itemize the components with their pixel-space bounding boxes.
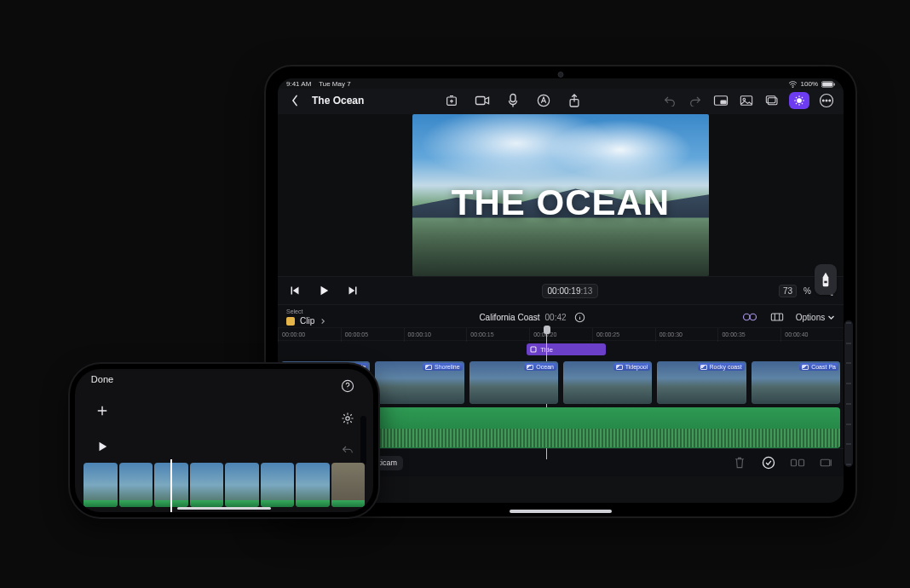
clip-label-bar: Shoreline: [423, 363, 463, 371]
timecode-display[interactable]: 00:00:19:13: [542, 284, 599, 298]
svg-point-12: [743, 98, 746, 101]
svg-rect-3: [833, 83, 834, 85]
share-button[interactable]: [566, 92, 583, 109]
info-button[interactable]: [572, 308, 589, 326]
clip-label-bar: Coast Pa: [799, 363, 838, 371]
text-button[interactable]: [535, 92, 552, 109]
svg-point-18: [826, 100, 827, 101]
trim-clip-button[interactable]: [818, 454, 835, 471]
ruler-tick: 00:00:10: [404, 328, 467, 342]
preview-title-text: THE OCEAN: [412, 182, 709, 223]
clip-thumbnail-icon: [425, 365, 432, 370]
iphone-screen: Done THE OCEAN: [75, 369, 373, 512]
help-button[interactable]: [338, 379, 357, 393]
layers-button[interactable]: [763, 92, 780, 109]
phone-playhead[interactable]: [170, 459, 172, 512]
svg-rect-35: [799, 459, 804, 466]
ruler-tick: 00:00:35: [717, 328, 780, 342]
ruler-tick: 00:00:20: [529, 328, 592, 342]
phone-clip[interactable]: [84, 463, 118, 507]
settings-button[interactable]: [338, 412, 357, 425]
camera-button[interactable]: [474, 92, 491, 109]
timeline-clip[interactable]: Rocky coast: [657, 361, 746, 404]
timecode-value: 00:00:19: [548, 286, 581, 296]
timeline-clip[interactable]: Shoreline: [375, 361, 464, 404]
ruler-tick: 00:00:40: [780, 328, 844, 342]
clip-thumbnail-icon: [616, 365, 623, 370]
project-title: The Ocean: [312, 95, 364, 107]
add-button[interactable]: [93, 401, 112, 420]
ruler-tick: 00:00:25: [592, 328, 655, 342]
timeline-view-button[interactable]: [769, 308, 786, 326]
photo-button[interactable]: [738, 92, 755, 109]
ruler-tick: 00:00:05: [341, 328, 404, 342]
clip-label-bar: Tidepool: [613, 363, 651, 371]
play-button[interactable]: [315, 282, 332, 299]
svg-rect-22: [355, 287, 357, 295]
battery-pct: 100%: [801, 80, 818, 88]
svg-rect-10: [721, 101, 726, 104]
phone-clip[interactable]: [331, 463, 366, 507]
timeline-ruler[interactable]: 00:00:0000:00:0500:00:1000:00:1500:00:20…: [278, 327, 844, 341]
redo-button[interactable]: [687, 92, 704, 109]
phone-play-button[interactable]: [93, 437, 112, 456]
ipad-toolbar: The Ocean: [278, 89, 844, 114]
svg-point-38: [346, 417, 349, 420]
svg-point-19: [829, 100, 831, 101]
svg-rect-28: [531, 347, 536, 352]
zoom-unit: %: [803, 286, 811, 296]
clip-thumbnail-icon: [700, 365, 707, 370]
statusbar-right: 100%: [788, 80, 835, 88]
chevron-down-icon: [827, 314, 835, 321]
preview-viewer[interactable]: THE OCEAN: [412, 114, 709, 276]
zoom-percent[interactable]: 73: [783, 286, 792, 296]
title-track[interactable]: Title: [278, 341, 844, 358]
next-frame-button[interactable]: [344, 282, 361, 299]
clip-label-bar: Rocky coast: [698, 363, 745, 371]
import-media-button[interactable]: [443, 92, 460, 109]
pip-button[interactable]: [712, 92, 729, 109]
svg-point-33: [763, 457, 774, 468]
delete-button[interactable]: [731, 454, 748, 471]
timeline-clip[interactable]: Coast Pa: [752, 361, 840, 404]
effects-button-active[interactable]: [789, 92, 809, 109]
phone-clip[interactable]: [225, 463, 259, 507]
voiceover-button[interactable]: [504, 92, 521, 109]
clip-name: Ocean: [536, 364, 554, 370]
iphone-dynamic-island: [360, 416, 366, 465]
svg-rect-36: [821, 459, 830, 466]
phone-clip[interactable]: [190, 463, 224, 507]
ipad-camera-dot: [558, 72, 564, 78]
more-button[interactable]: [818, 92, 835, 109]
svg-point-17: [822, 100, 824, 101]
done-button[interactable]: Done: [91, 374, 113, 384]
statusbar-date: Tue May 7: [319, 80, 351, 88]
battery-icon: [821, 81, 835, 88]
svg-point-0: [792, 87, 793, 88]
clip-name: Coast Pa: [811, 364, 836, 370]
title-clip[interactable]: Title: [527, 343, 606, 355]
phone-clip[interactable]: [296, 463, 330, 507]
svg-rect-34: [792, 459, 797, 466]
phone-timeline[interactable]: [75, 459, 373, 512]
asset-duration: 00:42: [545, 313, 567, 322]
connected-clips-button[interactable]: [741, 308, 758, 326]
clip-chip[interactable]: Clip: [286, 316, 326, 326]
timecode-frames: :13: [581, 286, 593, 296]
timeline-clip[interactable]: Ocean: [469, 361, 558, 404]
options-button[interactable]: Options: [796, 313, 835, 322]
clip-label-bar: Ocean: [524, 363, 556, 371]
back-button[interactable]: [286, 92, 303, 109]
phone-clip[interactable]: [261, 463, 295, 507]
undo-button[interactable]: [661, 92, 678, 109]
prev-frame-button[interactable]: [286, 282, 303, 299]
split-clip-button[interactable]: [789, 454, 806, 471]
enable-clip-button[interactable]: [760, 454, 777, 471]
timeline-clip[interactable]: Tidepool: [563, 361, 652, 404]
phone-clip[interactable]: [119, 463, 153, 507]
asset-name: California Coast: [479, 313, 539, 322]
svg-point-25: [743, 314, 750, 320]
statusbar-time: 9:41 AM: [286, 80, 311, 88]
phone-undo-button[interactable]: [338, 444, 357, 456]
draw-tool-button[interactable]: [815, 264, 837, 295]
